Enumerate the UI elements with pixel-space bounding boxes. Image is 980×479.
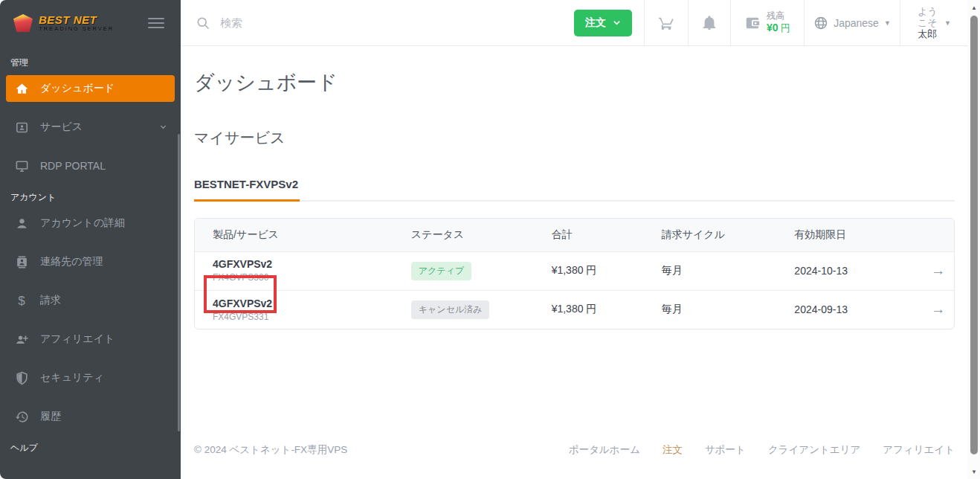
person-icon bbox=[13, 216, 30, 231]
footer-link-portal-home[interactable]: ポータルホーム bbox=[569, 443, 640, 457]
caret-down-icon: ▼ bbox=[944, 19, 951, 27]
sidebar-item-label: 履歴 bbox=[40, 410, 61, 423]
row-arrow-icon[interactable]: → bbox=[923, 251, 954, 290]
hamburger-menu-icon[interactable] bbox=[145, 15, 167, 31]
table-row[interactable]: 4GFXVPSv2 FX4GVPS331 キャンセル済み ¥1,380 円 毎月… bbox=[195, 290, 954, 329]
sidebar-section-help: ヘルプ bbox=[0, 442, 181, 454]
sidebar-item-contacts[interactable]: 連絡先の管理 bbox=[6, 248, 175, 275]
sidebar-item-security[interactable]: セキュリティ bbox=[6, 364, 175, 391]
services-table-card: 製品/サービス ステータス 合計 請求サイクル 有効期限日 4GFXVPSv2 … bbox=[194, 218, 955, 329]
sidebar-item-label: ダッシュボード bbox=[40, 82, 115, 95]
username-label: 太郎 bbox=[918, 28, 937, 39]
user-text: ようこそ太郎 bbox=[918, 6, 940, 40]
scrollbar-up-icon[interactable]: ▲ bbox=[968, 1, 980, 13]
chevron-down-icon bbox=[159, 121, 167, 133]
cycle-cell: 毎月 bbox=[654, 290, 787, 329]
page-title: ダッシュボード bbox=[194, 69, 955, 96]
wallet-icon bbox=[744, 15, 761, 31]
contact-card-icon bbox=[13, 254, 30, 269]
shield-icon bbox=[13, 370, 30, 385]
page-scrollbar[interactable]: ▲ ▼ bbox=[968, 0, 980, 479]
table-row[interactable]: 4GFXVPSv2 FX4GVPS330 アクティブ ¥1,380 円 毎月 2… bbox=[195, 251, 954, 290]
monitor-icon bbox=[13, 158, 30, 173]
sidebar-item-history[interactable]: 履歴 bbox=[6, 403, 175, 430]
cart-icon bbox=[658, 15, 674, 31]
col-cycle: 請求サイクル bbox=[654, 219, 787, 251]
sidebar-section-account: アカウント bbox=[0, 191, 181, 204]
dollar-icon: $ bbox=[13, 293, 30, 308]
product-name: 4GFXVPSv2 bbox=[213, 297, 396, 311]
status-badge: アクティブ bbox=[411, 262, 471, 280]
main-area: 注文 残高 ¥0 円 Japanese bbox=[181, 0, 968, 479]
balance-label: 残高 bbox=[767, 10, 790, 22]
services-table: 製品/サービス ステータス 合計 請求サイクル 有効期限日 4GFXVPSv2 … bbox=[195, 219, 954, 329]
brand-text[interactable]: BEST NET TREADING SERVER bbox=[39, 14, 114, 32]
sidebar-item-label: アフィリエイト bbox=[40, 332, 115, 346]
sidebar-item-billing[interactable]: $ 請求 bbox=[6, 287, 175, 314]
footer: © 2024 ベストネット-FX専用VPS ポータルホーム 注文 サポート クラ… bbox=[181, 443, 968, 457]
brand-tagline: TREADING SERVER bbox=[39, 26, 114, 32]
topbar: 注文 残高 ¥0 円 Japanese bbox=[181, 0, 968, 46]
sidebar-item-account-details[interactable]: アカウントの詳細 bbox=[6, 210, 175, 237]
brand-name: BEST NET bbox=[39, 14, 114, 26]
caret-down-icon: ▼ bbox=[884, 19, 891, 27]
sidebar-item-dashboard[interactable]: ダッシュボード bbox=[6, 75, 175, 102]
brand-logo-icon bbox=[13, 14, 33, 32]
col-product: 製品/サービス bbox=[195, 219, 404, 251]
notifications-button[interactable] bbox=[688, 0, 730, 45]
total-cell: ¥1,380 円 bbox=[544, 251, 654, 290]
language-label: Japanese bbox=[834, 17, 879, 29]
footer-link-support[interactable]: サポート bbox=[705, 443, 746, 457]
footer-links: ポータルホーム 注文 サポート クライアントエリア アフィリエイト bbox=[569, 443, 955, 457]
chevron-down-icon bbox=[613, 19, 621, 27]
home-icon bbox=[13, 81, 30, 96]
product-name: 4GFXVPSv2 bbox=[213, 257, 396, 271]
footer-link-affiliates[interactable]: アフィリエイト bbox=[883, 443, 955, 457]
logo-row: BEST NET TREADING SERVER bbox=[0, 0, 181, 46]
footer-link-order[interactable]: 注文 bbox=[663, 443, 683, 457]
balance-widget[interactable]: 残高 ¥0 円 bbox=[730, 0, 804, 45]
sidebar-section-admin: 管理 bbox=[0, 57, 181, 69]
globe-icon bbox=[813, 16, 828, 30]
bell-icon bbox=[701, 15, 718, 31]
search-bar[interactable] bbox=[181, 0, 574, 45]
cycle-cell: 毎月 bbox=[654, 251, 787, 290]
status-badge: キャンセル済み bbox=[411, 300, 490, 319]
greeting-label: ようこそ bbox=[918, 6, 938, 28]
user-menu[interactable]: ようこそ太郎 ▼ bbox=[900, 0, 968, 45]
sidebar-item-label: 連絡先の管理 bbox=[40, 255, 103, 269]
search-icon bbox=[196, 16, 210, 30]
product-code: FX4GVPS330 bbox=[213, 271, 396, 283]
sidebar-item-label: 請求 bbox=[40, 294, 61, 307]
sidebar-item-label: セキュリティ bbox=[40, 371, 104, 385]
cart-button[interactable] bbox=[644, 0, 688, 45]
sidebar-item-label: RDP PORTAL bbox=[40, 160, 106, 172]
sidebar-item-rdp-portal[interactable]: RDP PORTAL bbox=[6, 152, 175, 179]
order-button[interactable]: 注文 bbox=[574, 10, 632, 36]
expiry-cell: 2024-10-13 bbox=[787, 251, 923, 290]
language-selector[interactable]: Japanese ▼ bbox=[804, 0, 900, 45]
search-input[interactable] bbox=[220, 16, 574, 29]
scrollbar-thumb[interactable] bbox=[970, 16, 978, 454]
sidebar-scrollbar[interactable] bbox=[178, 134, 180, 431]
history-icon bbox=[13, 409, 30, 424]
col-total: 合計 bbox=[544, 219, 654, 251]
copyright: © 2024 ベストネット-FX専用VPS bbox=[194, 443, 347, 457]
expiry-cell: 2024-09-13 bbox=[787, 290, 923, 329]
sidebar-nav: 管理 ダッシュボード サービス bbox=[0, 46, 181, 479]
col-status: ステータス bbox=[404, 219, 544, 251]
balance-text: 残高 ¥0 円 bbox=[767, 10, 790, 35]
table-header-row: 製品/サービス ステータス 合計 請求サイクル 有効期限日 bbox=[195, 219, 954, 251]
product-code: FX4GVPS331 bbox=[213, 311, 396, 323]
sidebar-item-affiliates[interactable]: アフィリエイト bbox=[6, 326, 175, 353]
scrollbar-down-icon[interactable]: ▼ bbox=[968, 466, 980, 478]
section-title: マイサービス bbox=[194, 128, 955, 148]
sidebar: BEST NET TREADING SERVER 管理 ダッシュボード サービス bbox=[0, 0, 181, 479]
tab-bestnet-fxvpsv2[interactable]: BESTNET-FXVPSv2 bbox=[194, 178, 300, 202]
sidebar-item-label: サービス bbox=[40, 120, 83, 134]
sidebar-item-services[interactable]: サービス bbox=[6, 114, 175, 141]
row-arrow-icon[interactable]: → bbox=[923, 290, 954, 329]
product-tabs: BESTNET-FXVPSv2 bbox=[194, 178, 955, 202]
footer-link-client-area[interactable]: クライアントエリア bbox=[768, 443, 860, 457]
sidebar-item-label: アカウントの詳細 bbox=[40, 216, 125, 230]
